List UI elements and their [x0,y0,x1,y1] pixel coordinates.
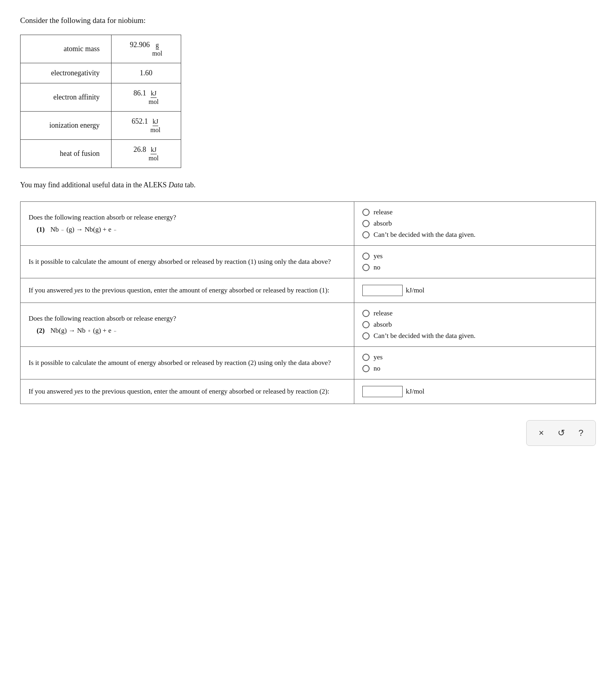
question-left-q2_absorb: Does the following reaction absorb or re… [21,303,354,347]
radio-label-q2_absorb-2: Can’t be decided with the data given. [374,332,475,340]
niobium-data-table: atomic mass 92.906 g mol electronegativi… [20,35,181,168]
radio-option-q1_absorb-1[interactable]: absorb [362,220,587,228]
radio-circle-q1_absorb-2 [362,231,370,238]
radio-label-q1_possible-1: no [374,263,380,271]
help-button[interactable]: ? [575,426,587,440]
radio-circle-q2_absorb-2 [362,332,370,340]
undo-button[interactable]: ↺ [554,426,568,440]
bottom-bar: × ↺ ? [20,420,596,446]
aleks-note: You may find additional useful data in t… [20,181,596,189]
radio-option-q2_absorb-2[interactable]: Can’t be decided with the data given. [362,332,587,340]
value-cell: 92.906 g mol [111,35,181,63]
input-container-q2_amount: kJ/mol [362,386,587,397]
question-right-q2_possible: yesno [354,347,595,379]
property-cell: electron affinity [21,83,112,112]
radio-label-q1_absorb-0: release [374,208,393,216]
question-table: Does the following reaction absorb or re… [20,201,596,404]
radio-circle-q1_possible-1 [362,264,370,271]
question-right-q2_amount: kJ/mol [354,379,595,404]
question-left-q1_possible: Is it possible to calculate the amount o… [21,246,354,278]
radio-circle-q2_absorb-0 [362,310,370,317]
question-right-q1_absorb: releaseabsorbCan’t be decided with the d… [354,202,595,246]
radio-circle-q1_possible-0 [362,253,370,260]
question-left-q2_possible: Is it possible to calculate the amount o… [21,347,354,379]
question-right-q2_absorb: releaseabsorbCan’t be decided with the d… [354,303,595,347]
radio-label-q2_possible-0: yes [374,353,383,361]
radio-circle-q1_absorb-1 [362,220,370,227]
question-left-q2_amount: If you answered yes to the previous ques… [21,379,354,404]
action-buttons-container: × ↺ ? [526,420,596,446]
answer-input-q1_amount[interactable] [362,285,403,296]
property-cell: ionization energy [21,112,112,140]
radio-option-q2_absorb-0[interactable]: release [362,309,587,317]
property-cell: heat of fusion [21,140,112,168]
radio-option-q1_absorb-2[interactable]: Can’t be decided with the data given. [362,231,587,239]
unit-label-q2_amount: kJ/mol [406,388,424,396]
question-right-q1_possible: yesno [354,246,595,278]
radio-label-q1_absorb-1: absorb [374,220,392,228]
property-cell: electronegativity [21,63,112,83]
radio-label-q1_absorb-2: Can’t be decided with the data given. [374,231,475,239]
reaction-q2_absorb: (2) Nb(g) → Nb+(g) + e− [37,327,346,335]
radio-option-q2_possible-1[interactable]: no [362,365,587,373]
question-right-q1_amount: kJ/mol [354,278,595,303]
radio-circle-q2_possible-1 [362,365,370,372]
input-container-q1_amount: kJ/mol [362,285,587,296]
unit-label-q1_amount: kJ/mol [406,286,424,294]
radio-option-q2_absorb-1[interactable]: absorb [362,321,587,329]
radio-label-q1_possible-0: yes [374,252,383,260]
radio-option-q1_possible-1[interactable]: no [362,263,587,271]
close-button[interactable]: × [535,426,547,440]
question-left-q1_amount: If you answered yes to the previous ques… [21,278,354,303]
question-left-q1_absorb: Does the following reaction absorb or re… [21,202,354,246]
radio-label-q2_possible-1: no [374,365,380,373]
radio-label-q2_absorb-0: release [374,309,393,317]
value-cell: 26.8 kJ mol [111,140,181,168]
value-cell: 1.60 [111,63,181,83]
reaction-q1_absorb: (1) Nb−(g) → Nb(g) + e− [37,226,346,234]
radio-option-q1_possible-0[interactable]: yes [362,252,587,260]
intro-text: Consider the following data for niobium: [20,16,596,25]
radio-circle-q1_absorb-0 [362,209,370,216]
answer-input-q2_amount[interactable] [362,386,403,397]
radio-circle-q2_absorb-1 [362,321,370,328]
radio-circle-q2_possible-0 [362,354,370,361]
value-cell: 652.1 kJ mol [111,112,181,140]
radio-option-q2_possible-0[interactable]: yes [362,353,587,361]
value-cell: 86.1 kJ mol [111,83,181,112]
radio-option-q1_absorb-0[interactable]: release [362,208,587,216]
radio-label-q2_absorb-1: absorb [374,321,392,329]
property-cell: atomic mass [21,35,112,63]
